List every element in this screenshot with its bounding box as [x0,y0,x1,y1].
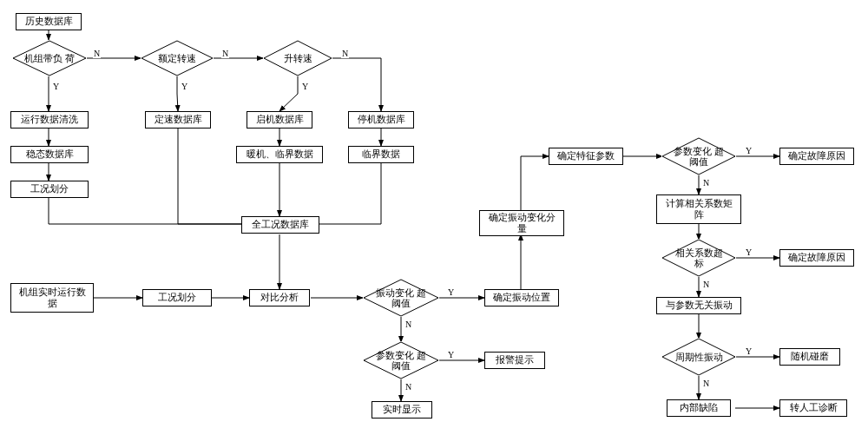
node-indep-vib: 与参数无关振动 [656,297,741,314]
decision-corr-over: 相关系数超 标 [661,239,736,277]
node-rt-display: 实时显示 [372,401,432,419]
node-speed-db: 定速数据库 [145,111,211,129]
label: 内部缺陷 [680,402,718,413]
lbl-y: Y [745,247,753,257]
label: 参数变化 超阈值 [374,350,428,371]
label: 确定振动位置 [493,292,550,303]
label: 机组实时运行数 据 [19,287,86,309]
node-alarm: 报警提示 [484,352,545,369]
node-stop-db: 停机数据库 [348,111,414,129]
lbl-y: Y [52,82,60,91]
lbl-y: Y [745,146,753,155]
node-start-db: 启机数据库 [247,111,312,129]
node-manual: 转人工诊断 [779,399,847,417]
node-run-clean: 运行数据清洗 [10,111,89,129]
label: 振动变化 超阈值 [374,287,428,308]
label: 升转速 [284,53,312,63]
lbl-y: Y [301,82,309,91]
node-all-cond-db: 全工况数据库 [241,216,319,234]
node-det-fault1: 确定故障原因 [779,148,854,165]
label: 停机数据库 [358,114,405,125]
decision-rated-speed: 额定转速 [141,40,214,76]
label: 启机数据库 [256,114,304,125]
node-cond-div1: 工况划分 [10,181,89,198]
label: 对比分析 [260,292,299,303]
label: 工况划分 [158,292,196,303]
label: 机组带负 荷 [24,53,75,63]
label: 临界数据 [362,148,400,160]
label: 确定特征参数 [557,150,615,161]
label: 实时显示 [383,404,421,415]
lbl-y: Y [447,350,455,359]
node-internal-defect: 内部缺陷 [667,399,731,417]
lbl-n: N [93,49,101,58]
decision-param-thresh2: 参数变化 超阈值 [661,137,736,175]
lbl-n: N [404,320,412,329]
node-rt-data: 机组实时运行数 据 [10,283,94,313]
lbl-n: N [702,178,710,188]
label: 相关系数超 标 [673,247,725,268]
decision-param-thresh1: 参数变化 超阈值 [363,341,439,379]
label: 确定故障原因 [788,150,845,161]
node-calc-corr: 计算相关系数矩 阵 [656,194,741,224]
lbl-n: N [404,382,412,392]
lbl-n: N [341,49,349,58]
label: 周期性振动 [675,352,723,362]
label: 历史数据库 [25,16,73,27]
decision-vib-thresh: 振动变化 超阈值 [363,279,439,317]
lbl-n: N [221,49,229,58]
label: 计算相关系数矩 阵 [666,198,733,221]
label: 额定转速 [158,53,196,63]
node-det-feat: 确定特征参数 [549,148,623,165]
node-cond-div2: 工况划分 [142,289,212,306]
label: 运行数据清洗 [21,114,78,125]
node-critical: 临界数据 [348,146,414,163]
lbl-n: N [702,379,710,388]
label: 定速数据库 [155,114,202,125]
label: 参数变化 超阈值 [673,146,725,167]
decision-speed-up: 升转速 [263,40,332,76]
lbl-y: Y [181,82,188,91]
node-hist-db: 历史数据库 [16,13,82,30]
node-warmup: 暖机、临界数据 [236,146,323,163]
label: 与参数无关振动 [666,300,733,311]
label: 工况划分 [30,183,69,194]
lbl-y: Y [745,346,753,356]
node-det-vib-pos: 确定振动位置 [484,289,559,306]
label: 确定故障原因 [788,252,845,263]
label: 全工况数据库 [252,219,309,230]
lbl-y: Y [447,287,455,297]
node-stable-db: 稳态数据库 [10,146,89,163]
lbl-n: N [702,280,710,289]
label: 暖机、临界数据 [247,148,313,160]
node-compare: 对比分析 [249,289,310,306]
label: 随机碰磨 [791,351,829,362]
label: 确定振动变化分 量 [489,212,556,234]
node-det-fault2: 确定故障原因 [779,249,854,267]
node-random-rub: 随机碰磨 [779,348,840,366]
label: 稳态数据库 [26,148,74,160]
label: 报警提示 [496,354,534,366]
decision-unit-load: 机组带负 荷 [12,40,87,76]
decision-periodic: 周期性振动 [661,338,736,376]
node-det-vib-comp: 确定振动变化分 量 [479,210,564,236]
label: 转人工诊断 [790,402,838,413]
